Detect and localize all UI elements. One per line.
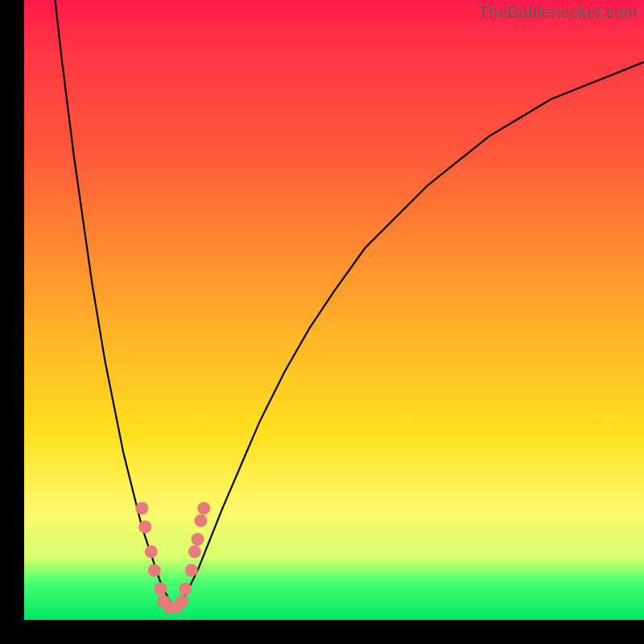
highlight-dot [148,564,161,576]
highlight-dot [135,502,148,514]
highlight-dot [185,564,198,576]
highlight-dot [154,583,167,596]
highlight-dot [179,583,192,596]
chart-frame: TheBottlenecker.com [0,0,644,644]
highlight-dot [188,545,201,558]
highlight-dot [194,514,207,527]
highlight-dot [145,545,158,558]
highlight-dot [138,521,151,534]
left-branch-curve [56,0,173,608]
valley-dots [135,502,210,613]
highlight-dot [175,595,188,608]
plot-area: TheBottlenecker.com [24,0,644,620]
right-branch-curve [173,62,644,608]
highlight-dot [197,502,210,514]
highlight-dot [192,533,204,546]
curves-layer [24,0,644,620]
